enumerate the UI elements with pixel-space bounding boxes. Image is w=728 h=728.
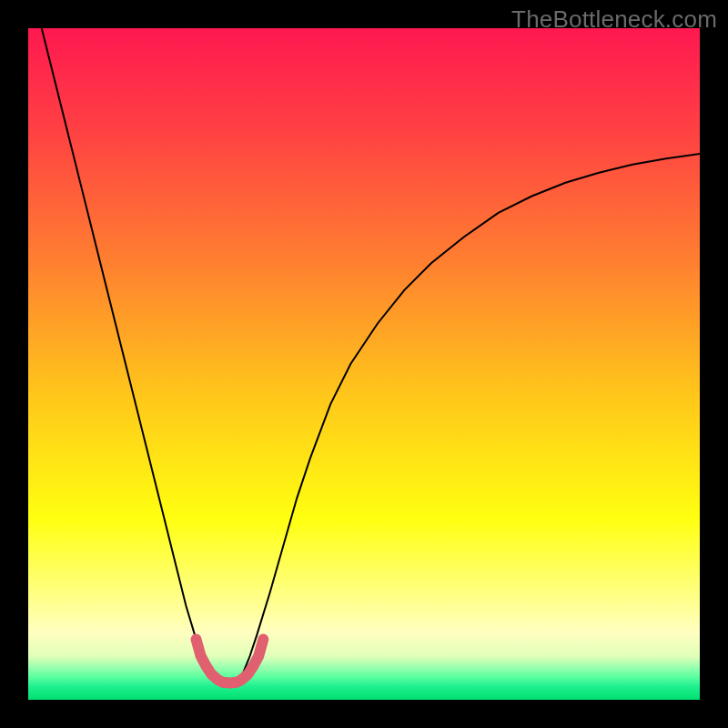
chart-canvas [28,28,700,700]
watermark-label: TheBottleneck.com [511,5,717,34]
plot-area [28,28,700,700]
chart-frame: TheBottleneck.com [0,0,728,728]
gradient-background [28,28,700,700]
